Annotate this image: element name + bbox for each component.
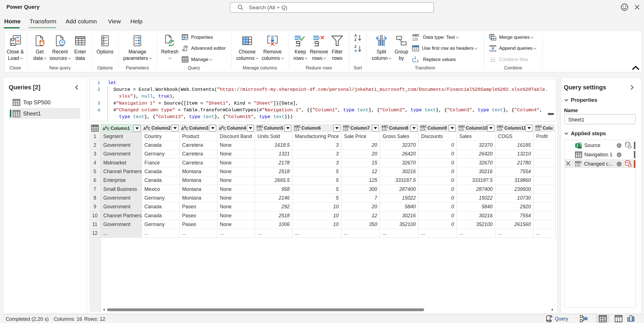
svg-text:Z: Z <box>354 44 357 49</box>
svg-text:A: A <box>354 49 357 53</box>
svg-text:123: 123 <box>412 37 418 41</box>
svg-text:1: 1 <box>414 56 416 60</box>
svg-text:X: X <box>576 143 578 147</box>
svg-text:ABC: ABC <box>412 33 419 37</box>
svg-text:A: A <box>354 33 357 38</box>
svg-text:2: 2 <box>417 59 419 63</box>
svg-text:Z: Z <box>354 38 357 42</box>
